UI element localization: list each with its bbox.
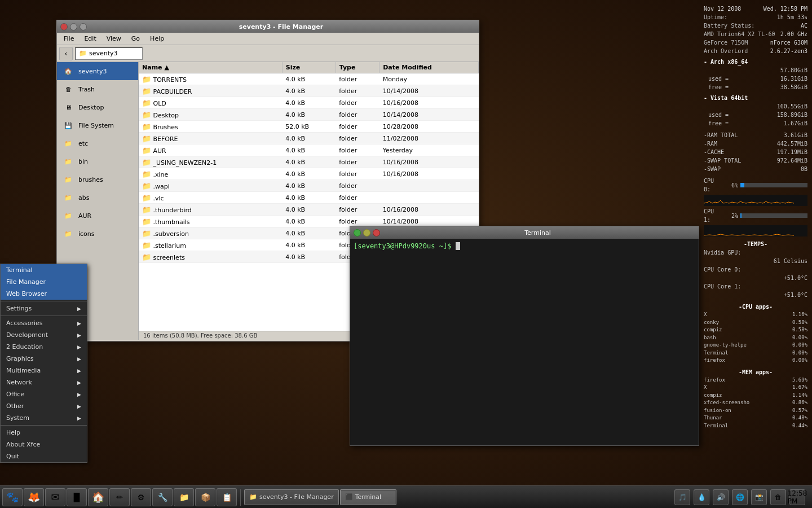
table-row[interactable]: 📁 Brushes 52.0 kB folder 10/28/2008 — [139, 121, 479, 133]
home-launcher[interactable]: 🏠 — [88, 488, 108, 506]
terminal-body[interactable]: [seventy3@HPdv9920us ~]$ — [350, 239, 699, 445]
menu-item-system[interactable]: System ▶ — [1, 412, 87, 424]
tray-item-5[interactable]: 📸 — [751, 489, 767, 505]
editor-launcher[interactable]: ✏ — [109, 488, 130, 506]
cpu-apps-list: X1.16%conky0.58%compiz0.58%bash0.00%gnom… — [704, 311, 807, 365]
sidebar-item-abs[interactable]: 📁 abs — [57, 189, 138, 207]
table-row[interactable]: 📁 _USING_NEWZEN2-1 4.0 kB folder 10/16/2… — [139, 156, 479, 168]
file-size-cell: 4.0 kB — [282, 227, 336, 239]
maximize-button[interactable] — [80, 23, 87, 30]
sidebar-item-desktop[interactable]: 🖥 Desktop — [57, 98, 138, 116]
sidebar-item-trash[interactable]: 🗑 Trash — [57, 80, 138, 98]
menu-item-terminal[interactable]: Terminal — [1, 264, 87, 276]
file-type-cell: folder — [336, 133, 379, 144]
mem-apps-list: firefox5.69%X1.67%compiz1.14%xfced-scree… — [704, 376, 807, 430]
cache-label: -CACHE — [704, 148, 724, 156]
mem-process-item: X1.67% — [704, 384, 807, 392]
table-row[interactable]: 📁 AUR 4.0 kB folder Yesterday — [139, 144, 479, 156]
menu-item-about-xfce[interactable]: About Xfce — [1, 439, 87, 450]
col-name[interactable]: Name ▲ — [139, 62, 282, 73]
folder-row-icon: 📁 — [142, 110, 151, 119]
terminal-titlebar: Terminal — [350, 226, 699, 239]
terminal-taskbar-launcher[interactable]: ▐▌ — [67, 488, 87, 506]
menu-item-label: Web Browser — [6, 290, 81, 297]
col-size[interactable]: Size — [282, 62, 336, 73]
terminal-title: Terminal — [380, 229, 695, 237]
sidebar-item-seventy3[interactable]: 🏠 seventy3 — [57, 62, 138, 80]
terminal-max-btn[interactable] — [373, 229, 380, 237]
mail-launcher[interactable]: ✉ — [45, 488, 65, 506]
folder-row-icon: 📁 — [142, 252, 151, 261]
menu-item-graphics[interactable]: Graphics ▶ — [1, 353, 87, 365]
sidebar-item-bin[interactable]: 📁 bin — [57, 152, 138, 170]
sidebar-item-file-system[interactable]: 💾 File System — [57, 116, 138, 134]
tool2-launcher[interactable]: 📁 — [174, 488, 194, 506]
file-name-cell: 📁 .subversion — [139, 227, 282, 239]
table-row[interactable]: 📁 Desktop 4.0 kB folder 10/14/2008 — [139, 109, 479, 121]
table-row[interactable]: 📁 .wapi 4.0 kB folder — [139, 180, 479, 192]
menu-file[interactable]: File — [59, 34, 78, 43]
menu-item-quit[interactable]: Quit — [1, 450, 87, 462]
table-row[interactable]: 📁 BEFORE 4.0 kB folder 11/02/2008 — [139, 133, 479, 144]
xfce-menu-button[interactable]: 🐾 — [2, 488, 23, 506]
tool3-launcher[interactable]: 📦 — [195, 488, 215, 506]
menu-item-2-education[interactable]: 2 Education ▶ — [1, 341, 87, 353]
menu-go[interactable]: Go — [127, 34, 144, 43]
menu-edit[interactable]: Edit — [80, 34, 100, 43]
menu-item-accessories[interactable]: Accessories ▶ — [1, 317, 87, 329]
tray-item-1[interactable]: 🎵 — [674, 489, 690, 505]
tray-item-3[interactable]: 🔊 — [713, 489, 729, 505]
system-tray: 🎵 💧 🔊 🌐 📸 🗑 12:58 PM — [670, 489, 810, 505]
file-manager-titlebar: seventy3 - File Manager — [57, 20, 479, 33]
close-button[interactable] — [60, 23, 68, 30]
table-row[interactable]: 📁 TORRENTS 4.0 kB folder Monday — [139, 73, 479, 85]
menu-item-multimedia[interactable]: Multimedia ▶ — [1, 365, 87, 376]
tool4-launcher[interactable]: 📋 — [217, 488, 237, 506]
folder-row-icon: 📁 — [142, 98, 151, 107]
file-manager-taskbar-btn[interactable]: 📁 seventy3 - File Manager — [244, 489, 339, 505]
table-row[interactable]: 📁 .thunderbird 4.0 kB folder 10/16/2008 — [139, 204, 479, 216]
submenu-arrow: ▶ — [77, 306, 81, 312]
firefox-launcher[interactable]: 🦊 — [24, 488, 44, 506]
menu-item-network[interactable]: Network ▶ — [1, 376, 87, 388]
menu-item-help[interactable]: Help — [1, 427, 87, 439]
menu-item-other[interactable]: Other ▶ — [1, 400, 87, 412]
table-row[interactable]: 📁 OLD 4.0 kB folder 10/16/2008 — [139, 97, 479, 109]
sidebar-label: Trash — [78, 86, 95, 93]
col-date[interactable]: Date Modified — [379, 62, 479, 73]
sidebar-item-brushes[interactable]: 📁 brushes — [57, 170, 138, 189]
menu-help[interactable]: Help — [145, 34, 169, 43]
settings-launcher[interactable]: ⚙ — [131, 488, 151, 506]
cpu-core0-label: CPU Core 0: — [704, 265, 741, 274]
terminal-close-btn[interactable] — [354, 229, 361, 237]
terminal-taskbar-btn[interactable]: ⬛ Terminal — [340, 489, 396, 505]
menu-item-label: Graphics — [6, 355, 77, 362]
table-row[interactable]: 📁 .xine 4.0 kB folder 10/16/2008 — [139, 168, 479, 180]
menu-item-label: Help — [6, 429, 81, 436]
location-bar[interactable]: 📁 seventy3 — [75, 47, 143, 60]
tray-item-6[interactable]: 🗑 — [770, 489, 786, 505]
folder-icon: 📁 — [61, 173, 75, 186]
col-type[interactable]: Type — [336, 62, 379, 73]
table-row[interactable]: 📁 PACBUILDER 4.0 kB folder 10/14/2008 — [139, 85, 479, 97]
arch-used-label: used = — [704, 75, 729, 83]
tray-item-4[interactable]: 🌐 — [732, 489, 748, 505]
menu-item-development[interactable]: Development ▶ — [1, 329, 87, 341]
menu-view[interactable]: View — [102, 34, 126, 43]
sidebar-item-etc[interactable]: 📁 etc — [57, 134, 138, 152]
menu-item-web-browser[interactable]: Web Browser — [1, 288, 87, 300]
menu-item-office[interactable]: Office ▶ — [1, 388, 87, 400]
minimize-button[interactable] — [70, 23, 77, 30]
sidebar-item-icons[interactable]: 📁 icons — [57, 225, 138, 243]
folder-row-icon: 📁 — [142, 217, 151, 226]
sidebar-item-aur[interactable]: 📁 AUR — [57, 207, 138, 225]
folder-row-icon: 📁 — [142, 146, 151, 155]
menu-item-settings[interactable]: Settings ▶ — [1, 303, 87, 314]
table-row[interactable]: 📁 .vlc 4.0 kB folder — [139, 192, 479, 204]
tool1-launcher[interactable]: 🔧 — [152, 488, 173, 506]
tray-item-2[interactable]: 💧 — [694, 489, 709, 505]
terminal-min-btn[interactable] — [363, 229, 370, 237]
back-button[interactable]: ‹ — [59, 47, 73, 60]
menu-item-file-manager[interactable]: File Manager — [1, 276, 87, 288]
folder-icon: 📁 — [79, 50, 87, 57]
